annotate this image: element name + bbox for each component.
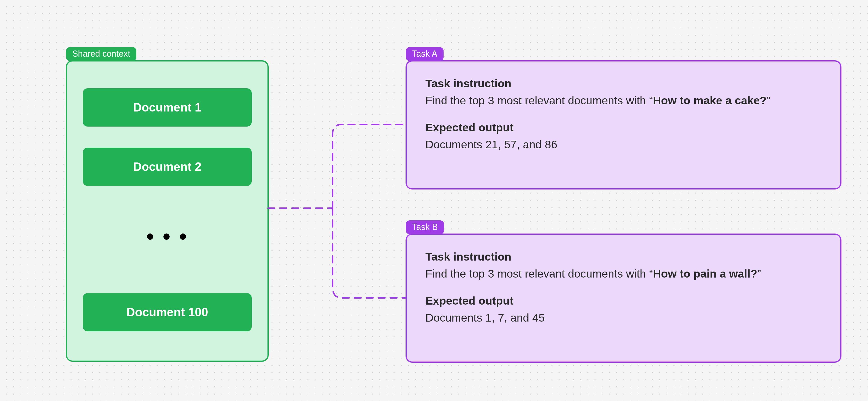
instruction-prefix: Find the top 3 most relevant documents w… bbox=[425, 94, 653, 107]
shared-context-panel: Shared context Document 1 Document 2 • •… bbox=[66, 60, 269, 362]
document-pill-2: Document 2 bbox=[83, 148, 252, 186]
task-a-output-block: Expected output Documents 21, 57, and 86 bbox=[425, 121, 822, 152]
shared-context-tag: Shared context bbox=[66, 47, 136, 61]
expected-output-label: Expected output bbox=[425, 121, 822, 134]
task-a-instruction-block: Task instruction Find the top 3 most rel… bbox=[425, 77, 822, 108]
task-b-panel: Task B Task instruction Find the top 3 m… bbox=[406, 234, 841, 363]
task-a-panel: Task A Task instruction Find the top 3 m… bbox=[406, 60, 841, 189]
task-instruction-label: Task instruction bbox=[425, 250, 822, 263]
document-pill-1: Document 1 bbox=[83, 88, 252, 127]
instruction-query: How to pain a wall? bbox=[653, 267, 757, 280]
task-instruction-text: Find the top 3 most relevant documents w… bbox=[425, 266, 822, 281]
task-b-output-block: Expected output Documents 1, 7, and 45 bbox=[425, 294, 822, 325]
ellipsis-dots: • • • bbox=[67, 224, 268, 249]
instruction-suffix: ” bbox=[767, 94, 770, 107]
instruction-query: How to make a cake? bbox=[653, 94, 767, 107]
task-b-instruction-block: Task instruction Find the top 3 most rel… bbox=[425, 250, 822, 281]
diagram-canvas: Shared context Document 1 Document 2 • •… bbox=[0, 0, 868, 401]
instruction-prefix: Find the top 3 most relevant documents w… bbox=[425, 267, 653, 280]
expected-output-text: Documents 1, 7, and 45 bbox=[425, 310, 822, 325]
instruction-suffix: ” bbox=[757, 267, 761, 280]
task-instruction-text: Find the top 3 most relevant documents w… bbox=[425, 93, 822, 108]
document-pill-100: Document 100 bbox=[83, 293, 252, 331]
connector-lines bbox=[268, 60, 407, 366]
expected-output-text: Documents 21, 57, and 86 bbox=[425, 137, 822, 152]
task-b-tag: Task B bbox=[406, 220, 444, 234]
expected-output-label: Expected output bbox=[425, 294, 822, 307]
task-instruction-label: Task instruction bbox=[425, 77, 822, 90]
task-a-tag: Task A bbox=[406, 47, 443, 61]
